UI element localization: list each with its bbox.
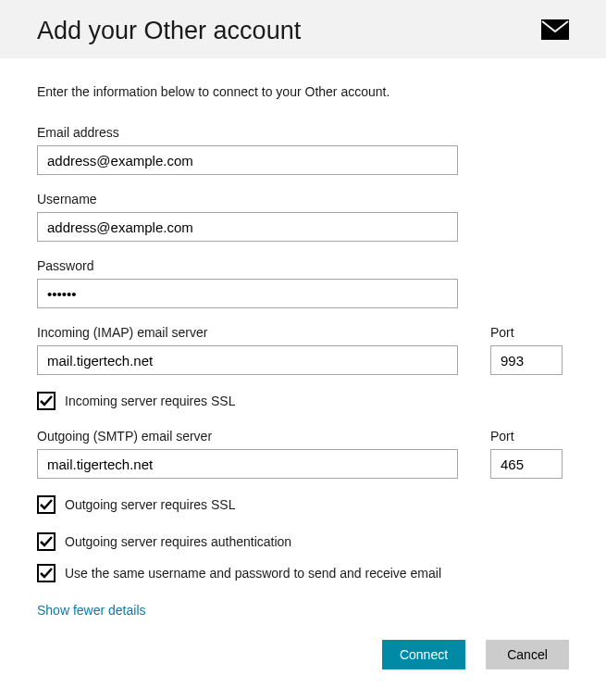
outgoing-ssl-label: Outgoing server requires SSL — [65, 497, 235, 512]
connect-button[interactable]: Connect — [382, 640, 465, 669]
email-input[interactable] — [37, 145, 458, 175]
show-fewer-details-link[interactable]: Show fewer details — [37, 603, 146, 618]
outgoing-server-input[interactable] — [37, 449, 458, 479]
checkmark-icon — [40, 498, 53, 511]
incoming-port-label: Port — [490, 325, 563, 340]
mail-icon — [541, 19, 569, 43]
checkmark-icon — [40, 535, 53, 548]
username-label: Username — [37, 192, 569, 206]
dialog-header: Add your Other account — [0, 0, 606, 58]
outgoing-server-row: Outgoing (SMTP) email server Port — [37, 429, 569, 479]
password-input[interactable] — [37, 279, 458, 308]
outgoing-ssl-checkbox-row: Outgoing server requires SSL — [37, 495, 569, 514]
password-label: Password — [37, 258, 569, 273]
incoming-port-input[interactable] — [490, 345, 563, 375]
checkmark-icon — [40, 567, 53, 580]
incoming-ssl-checkbox-row: Incoming server requires SSL — [37, 392, 569, 410]
password-field-group: Password — [37, 258, 569, 308]
same-credentials-checkbox[interactable] — [37, 564, 56, 582]
incoming-ssl-checkbox[interactable] — [37, 392, 56, 410]
email-field-group: Email address — [37, 125, 569, 175]
outgoing-port-input[interactable] — [490, 449, 563, 479]
outgoing-auth-label: Outgoing server requires authentication — [65, 534, 291, 549]
outgoing-port-field-group: Port — [490, 429, 563, 479]
incoming-server-label: Incoming (IMAP) email server — [37, 325, 458, 340]
incoming-server-field-group: Incoming (IMAP) email server — [37, 325, 458, 375]
incoming-server-input[interactable] — [37, 345, 458, 375]
dialog-content: Enter the information below to connect t… — [0, 58, 606, 688]
dialog-title: Add your Other account — [37, 17, 301, 45]
intro-text: Enter the information below to connect t… — [37, 84, 569, 99]
checkmark-icon — [40, 394, 53, 407]
username-field-group: Username — [37, 192, 569, 242]
incoming-ssl-label: Incoming server requires SSL — [65, 394, 235, 408]
button-row: Connect Cancel — [37, 640, 569, 669]
outgoing-ssl-checkbox[interactable] — [37, 495, 56, 514]
outgoing-auth-checkbox-row: Outgoing server requires authentication — [37, 532, 569, 551]
incoming-port-field-group: Port — [490, 325, 563, 375]
outgoing-port-label: Port — [490, 429, 563, 444]
outgoing-server-label: Outgoing (SMTP) email server — [37, 429, 458, 444]
outgoing-auth-checkbox[interactable] — [37, 532, 56, 551]
outgoing-server-field-group: Outgoing (SMTP) email server — [37, 429, 458, 479]
same-credentials-label: Use the same username and password to se… — [65, 566, 441, 581]
svg-rect-0 — [541, 19, 569, 40]
username-input[interactable] — [37, 212, 458, 242]
email-label: Email address — [37, 125, 569, 140]
incoming-server-row: Incoming (IMAP) email server Port — [37, 325, 569, 375]
same-credentials-checkbox-row: Use the same username and password to se… — [37, 564, 569, 582]
cancel-button[interactable]: Cancel — [486, 640, 569, 669]
